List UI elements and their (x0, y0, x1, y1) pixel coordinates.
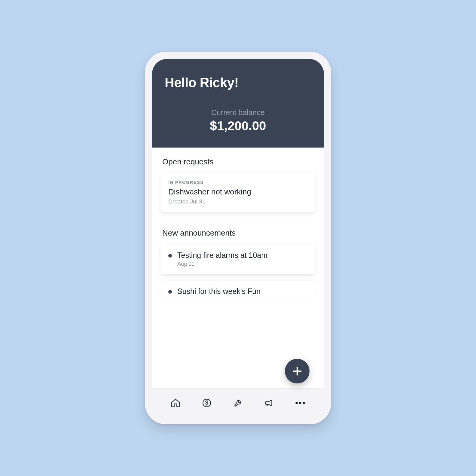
balance-value: $1,200.00 (165, 119, 311, 133)
balance-label: Current balance (165, 108, 311, 117)
dollar-circle-icon (202, 398, 212, 408)
nav-announcements[interactable] (263, 396, 276, 410)
request-status: IN PROGRESS (168, 180, 308, 185)
announcements-heading: New announcements (152, 219, 324, 244)
open-requests-heading: Open requests (152, 148, 324, 172)
nav-maintenance[interactable] (231, 396, 245, 410)
add-button[interactable] (285, 359, 310, 383)
nav-payments[interactable] (200, 396, 213, 410)
unread-dot-icon (168, 254, 172, 258)
nav-home[interactable] (169, 396, 182, 410)
announcement-card-peek[interactable]: Sushi for this week's Fun (160, 281, 316, 296)
request-created: Created Jul 31 (168, 198, 308, 205)
header-panel: Hello Ricky! Current balance $1,200.00 (152, 59, 324, 148)
unread-dot-icon (168, 290, 172, 294)
phone-screen: Hello Ricky! Current balance $1,200.00 O… (152, 59, 324, 417)
megaphone-icon (264, 398, 274, 408)
plus-icon (291, 365, 303, 377)
bottom-nav: ••• (152, 388, 324, 417)
request-card[interactable]: IN PROGRESS Dishwasher not working Creat… (160, 172, 316, 212)
content-area: Open requests IN PROGRESS Dishwasher not… (152, 148, 324, 388)
svg-point-2 (203, 399, 211, 407)
greeting-text: Hello Ricky! (165, 75, 311, 90)
phone-frame: Hello Ricky! Current balance $1,200.00 O… (145, 52, 331, 424)
wrench-icon (233, 398, 243, 408)
announcement-card[interactable]: Testing fire alarms at 10am Aug 01 (160, 244, 316, 274)
home-icon (170, 398, 181, 408)
request-title: Dishwasher not working (168, 187, 308, 197)
balance-block: Current balance $1,200.00 (165, 108, 311, 133)
announcement-date: Aug 01 (177, 261, 267, 267)
more-icon: ••• (295, 398, 306, 408)
announcement-title: Testing fire alarms at 10am (177, 251, 267, 260)
nav-more[interactable]: ••• (294, 396, 307, 410)
announcement-title: Sushi for this week's Fun (177, 287, 261, 296)
